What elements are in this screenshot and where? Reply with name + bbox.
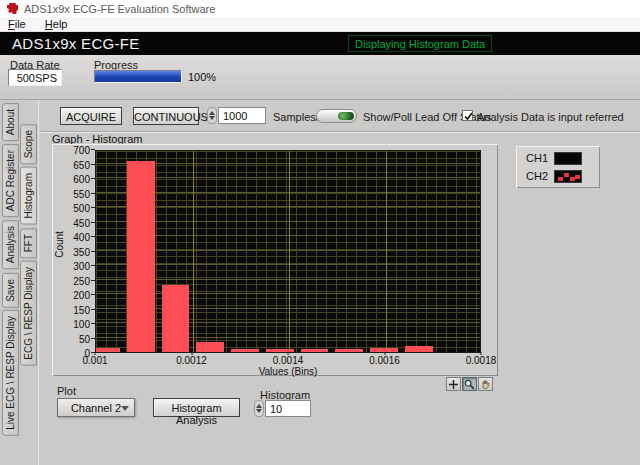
graph-widget: Count 0501001502002503003504004505005506… [52,144,498,376]
zoom-tool-button[interactable] [462,377,477,391]
y-tick-label: 550 [58,188,90,199]
tab-histogram[interactable]: Histogram [20,167,37,225]
samples-increment-icon[interactable] [209,111,215,115]
ti-logo-icon [7,3,18,14]
channel-select-dropdown[interactable]: Channel 2 [57,398,135,417]
histogram-bar [196,342,224,352]
x-tick-mark [191,352,192,355]
channel-select-value: Channel 2 [71,402,121,414]
histogram-bar [231,349,259,352]
legend-swatch-ch2 [554,170,582,183]
chevron-down-icon [121,406,129,411]
histogram-bar [405,346,433,352]
tab-page-edge [38,100,39,465]
y-tick-label: 700 [58,145,90,156]
histogram-bar [301,349,329,352]
analysis-checkbox-label: Analysis Data is input referred [477,111,624,123]
checkmark-icon [463,111,474,122]
y-tick-label: 600 [58,174,90,185]
tab-scope[interactable]: Scope [20,124,37,164]
tab-live-ecg-resp-display[interactable]: Live ECG \ RESP Display [2,310,19,436]
y-tick-label: 400 [58,232,90,243]
legend-ch2-pattern [558,177,563,181]
y-tick-label: 150 [58,304,90,315]
tab-column-outer: AboutADC RegisterAnalysisSaveLive ECG \ … [2,103,19,436]
gridline-vertical [289,151,290,352]
x-tick-label: 0.0012 [176,355,207,366]
menu-help[interactable]: Help [37,17,76,32]
histogram-bar [127,161,155,352]
y-tick-label: 50 [58,333,90,344]
legend-label-ch1: CH1 [526,152,554,164]
progress-bar [94,70,182,83]
histogram-bins-input[interactable]: 10 [265,400,311,417]
y-tick-label: 650 [58,159,90,170]
legend-label-ch2: CH2 [526,170,554,182]
x-tick-label: 0.0018 [466,355,497,366]
graph-tools-palette [446,377,493,391]
histogram-bins-stepper[interactable] [254,400,264,417]
leadoff-toggle[interactable] [316,109,357,123]
app-header: ADS1x9x ECG-FE Displaying Histogram Data [0,32,640,55]
magnifier-icon [464,379,475,390]
x-tick-mark [384,352,385,355]
leadoff-toggle-knob[interactable] [338,112,354,120]
analysis-input-referred-checkbox[interactable] [462,110,473,121]
samples-decrement-icon[interactable] [209,116,215,120]
y-axis-ticks: 0501001502002503003504004505005506006507… [58,150,90,353]
window-titlebar: ADS1x9x ECG-FE Evaluation Software [0,0,640,17]
window-title: ADS1x9x ECG-FE Evaluation Software [24,3,215,15]
x-axis-label: Values (Bins) [95,366,481,377]
histogram-analysis-button[interactable]: Histogram Analysis [153,398,240,417]
y-tick-label: 450 [58,217,90,228]
bins-increment-icon[interactable] [256,404,262,408]
hand-icon [480,379,491,390]
x-tick-label: 0.0016 [369,355,400,366]
bins-decrement-icon[interactable] [256,409,262,413]
menubar: File Help [0,17,640,32]
tab-ecg-resp-display[interactable]: ECG \ RESP Display [20,261,37,366]
samples-stepper[interactable] [207,107,217,124]
y-tick-label: 250 [58,275,90,286]
x-tick-mark [95,352,96,355]
plot-label: Plot [57,385,76,397]
tab-adc-register[interactable]: ADC Register [2,144,19,217]
acquire-button[interactable]: ACQUIRE [60,107,122,125]
legend-row-ch2[interactable]: CH2 [526,168,600,184]
progress-bar-fill [95,71,181,82]
y-tick-label: 500 [58,203,90,214]
y-tick-label: 200 [58,290,90,301]
tab-fft[interactable]: FFT [20,228,37,258]
menu-file[interactable]: File [0,17,34,32]
status-message: Displaying Histogram Data [348,35,492,52]
tab-save[interactable]: Save [2,273,19,308]
continuous-button[interactable]: CONTINUOUS [133,107,199,125]
x-tick-label: 0.0014 [273,355,304,366]
legend-row-ch1[interactable]: CH1 [526,150,600,166]
histogram-bar [266,349,294,352]
y-tick-label: 100 [58,319,90,330]
gridline-vertical [193,151,194,352]
channel-legend: CH1 CH2 [516,146,600,188]
crosshair-icon [448,379,459,390]
legend-swatch-ch1 [554,152,582,165]
histogram-bar [335,349,363,352]
histogram-bar [370,348,398,352]
plot-area[interactable] [95,150,481,353]
data-rate-value: 500SPS [8,69,62,86]
application-window: ADS1x9x ECG-FE Evaluation Software File … [0,0,640,465]
y-tick-label: 300 [58,261,90,272]
progress-percent: 100% [188,71,216,83]
tab-analysis[interactable]: Analysis [2,220,19,269]
x-tick-mark [481,352,482,355]
crosshair-tool-button[interactable] [446,377,461,391]
x-tick-mark [288,352,289,355]
histogram-bar [95,348,120,352]
app-title: ADS1x9x ECG-FE [12,35,140,52]
y-tick-label: 350 [58,246,90,257]
pan-tool-button[interactable] [478,377,493,391]
tab-about[interactable]: About [2,103,19,141]
histogram-bar [162,285,190,352]
samples-input[interactable]: 1000 [218,107,266,124]
x-tick-label: 0.001 [82,355,107,366]
